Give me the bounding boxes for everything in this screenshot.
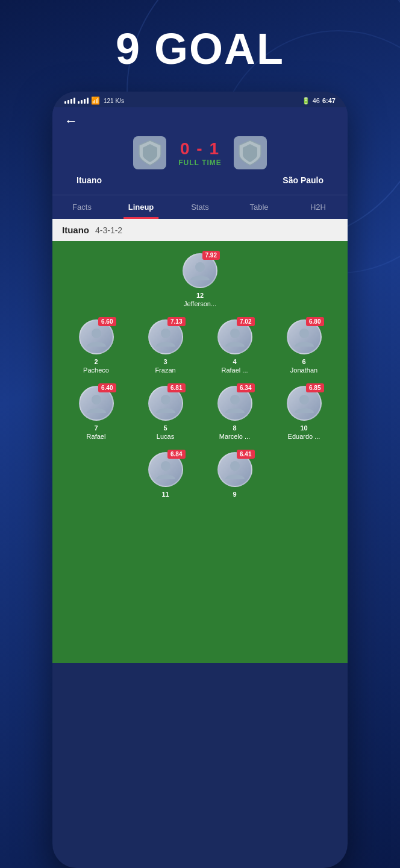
player-number: 4 <box>233 358 236 365</box>
player-card-2-1[interactable]: 6.81 5 Lucas <box>136 386 196 440</box>
player-avatar-wrap: 6.40 <box>79 386 114 421</box>
player-card-0-0[interactable]: 7.92 12 Jefferson... <box>170 253 230 307</box>
away-team-name: São Paulo <box>283 175 330 185</box>
player-card-2-0[interactable]: 6.40 7 Rafael <box>66 386 127 440</box>
battery-level: 46 <box>313 97 320 104</box>
page-title: 9 GOAL <box>116 24 284 74</box>
svg-point-6 <box>161 395 170 404</box>
match-score: 0 - 1 <box>178 139 221 159</box>
player-card-1-3[interactable]: 6.80 6 Jonathan <box>274 319 334 374</box>
player-card-2-2[interactable]: 6.34 8 Marcelo ... <box>205 386 265 440</box>
player-number: 8 <box>233 424 236 432</box>
player-card-3-1[interactable]: 6.41 9 <box>205 452 265 499</box>
tab-stats[interactable]: Stats <box>170 195 230 219</box>
svg-point-5 <box>92 395 101 404</box>
player-name: Lucas <box>157 433 174 440</box>
tab-table[interactable]: Table <box>230 195 289 219</box>
player-number: 7 <box>94 424 98 432</box>
player-card-1-1[interactable]: 7.13 3 Frazan <box>136 319 196 374</box>
player-card-1-0[interactable]: 6.60 2 Pacheco <box>66 319 127 374</box>
player-rating: 6.40 <box>98 383 116 392</box>
tab-facts[interactable]: Facts <box>52 195 111 219</box>
player-row-2: 6.40 7 Rafael 6.81 5 Lucas <box>58 386 342 440</box>
tab-h2h[interactable]: H2H <box>289 195 348 219</box>
player-number: 6 <box>302 358 305 365</box>
svg-point-4 <box>299 329 309 338</box>
player-avatar-wrap: 6.80 <box>287 319 322 354</box>
football-field: 7.92 12 Jefferson... 6.60 2 Pacheco <box>52 241 348 663</box>
player-number: 11 <box>161 491 169 498</box>
player-avatar-wrap: 7.02 <box>217 319 252 354</box>
player-card-1-2[interactable]: 7.02 4 Rafael ... <box>205 319 265 374</box>
status-right: 🔋 46 6:47 <box>302 97 336 105</box>
player-name: Rafael ... <box>221 366 248 374</box>
svg-point-7 <box>230 395 240 404</box>
player-number: 3 <box>163 358 167 365</box>
lineup-header: Ituano 4-3-1-2 <box>52 219 348 241</box>
player-avatar-wrap: 6.34 <box>217 386 252 421</box>
match-status: FULL TIME <box>178 159 221 167</box>
svg-point-8 <box>299 395 309 404</box>
score-area: 0 - 1 FULL TIME <box>178 139 221 167</box>
player-rating: 6.81 <box>167 383 185 392</box>
player-rating: 6.60 <box>98 317 116 326</box>
svg-point-9 <box>161 461 170 471</box>
player-name: Marcelo ... <box>219 433 250 440</box>
player-rating: 6.85 <box>306 383 323 392</box>
player-rating: 6.41 <box>237 450 254 459</box>
player-name: Eduardo ... <box>288 433 320 440</box>
status-bar: 📶 121 K/s 🔋 46 6:47 <box>52 92 348 107</box>
player-rating: 7.13 <box>167 317 185 326</box>
lineup-formation: 4-3-1-2 <box>95 225 122 235</box>
player-name: Jefferson... <box>184 300 216 307</box>
player-number: 5 <box>163 424 167 432</box>
player-avatar-wrap: 6.85 <box>287 386 322 421</box>
match-score-area: 0 - 1 FULL TIME <box>64 136 336 169</box>
network-speed: 121 K/s <box>104 98 124 104</box>
time-display: 6:47 <box>322 97 336 104</box>
player-name: Frazan <box>155 366 175 374</box>
battery-icon: 🔋 <box>302 97 310 105</box>
player-avatar-wrap: 6.60 <box>79 319 114 354</box>
team-names: Ituano São Paulo <box>64 175 336 185</box>
player-card-3-0[interactable]: 6.84 11 <box>136 452 196 499</box>
player-row-1: 6.60 2 Pacheco 7.13 3 Frazan <box>58 319 342 374</box>
tab-bar: Facts Lineup Stats Table H2H <box>52 195 348 219</box>
svg-point-1 <box>92 329 101 338</box>
status-left: 📶 121 K/s <box>64 96 124 105</box>
player-rating: 6.84 <box>167 450 185 459</box>
signal-icon <box>64 98 75 104</box>
svg-point-10 <box>230 461 240 471</box>
player-rating: 7.92 <box>202 251 220 260</box>
match-header: ← 0 - 1 FULL TIME <box>52 107 348 195</box>
player-row-3: 6.84 11 6.41 9 <box>58 452 342 499</box>
player-name: Rafael <box>87 433 106 440</box>
player-number: 12 <box>196 292 204 299</box>
player-avatar-wrap: 6.81 <box>148 386 183 421</box>
player-avatar-wrap: 7.13 <box>148 319 183 354</box>
player-name: Pacheco <box>83 366 109 374</box>
player-row-0: 7.92 12 Jefferson... <box>58 253 342 307</box>
home-team-name: Ituano <box>70 175 102 185</box>
player-name: Jonathan <box>290 366 317 374</box>
lineup-team-name: Ituano <box>62 225 89 235</box>
away-team-logo <box>234 136 267 169</box>
svg-point-2 <box>161 329 170 338</box>
player-rating: 6.34 <box>237 383 254 392</box>
home-team-logo <box>133 136 166 169</box>
svg-point-3 <box>230 329 240 338</box>
player-number: 9 <box>233 491 236 498</box>
phone-mockup: 📶 121 K/s 🔋 46 6:47 ← 0 - 1 FULL <box>52 92 348 868</box>
player-rating: 6.80 <box>306 317 323 326</box>
wifi-icon: 📶 <box>91 96 100 105</box>
player-number: 2 <box>94 358 98 365</box>
player-rating: 7.02 <box>237 317 254 326</box>
player-card-2-3[interactable]: 6.85 10 Eduardo ... <box>274 386 334 440</box>
player-avatar-wrap: 7.92 <box>183 253 217 288</box>
back-button[interactable]: ← <box>64 113 336 129</box>
player-avatar-wrap: 6.41 <box>217 452 252 487</box>
tab-lineup[interactable]: Lineup <box>111 195 170 219</box>
player-number: 10 <box>300 424 307 432</box>
svg-point-0 <box>195 262 205 272</box>
phone-content: ← 0 - 1 FULL TIME <box>52 107 348 663</box>
